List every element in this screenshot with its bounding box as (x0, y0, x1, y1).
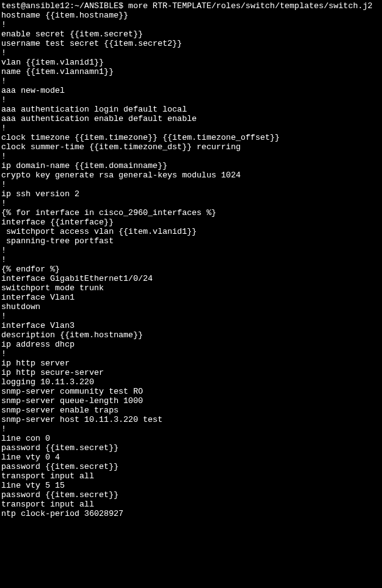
output-line: ! (1, 48, 381, 58)
output-line: logging 10.11.3.220 (1, 377, 381, 387)
output-line: line con 0 (1, 434, 381, 443)
output-line: switchport mode trunk (1, 283, 381, 293)
output-line: vlan {{item.vlanid1}} (1, 58, 381, 67)
output-line: crypto key generate rsa general-keys mod… (1, 171, 381, 180)
output-line: ip http secure-server (1, 368, 381, 377)
output-line: shutdown (1, 302, 381, 312)
output-line: line vty 5 15 (1, 481, 381, 490)
output-line: ! (1, 255, 381, 265)
file-output: hostname {{item.hostname}}!enable secret… (1, 11, 381, 518)
output-line: interface GigabitEthernet1/0/24 (1, 274, 381, 283)
output-line: ip http server (1, 359, 381, 368)
command-text: more RTR-TEMPLATE/roles/switch/templates… (128, 1, 373, 11)
command-line[interactable]: test@ansible12:~/ANSIBLE$ more RTR-TEMPL… (1, 1, 381, 11)
output-line: line vty 0 4 (1, 453, 381, 462)
output-line: ! (1, 95, 381, 105)
output-line: ! (1, 312, 381, 321)
output-line: username test secret {{item.secret2}} (1, 39, 381, 48)
output-line: snmp-server community test RO (1, 387, 381, 396)
output-line: ! (1, 424, 381, 434)
output-line: ! (1, 199, 381, 208)
output-line: clock summer-time {{item.timezone_dst}} … (1, 142, 381, 152)
output-line: {% for interface in cisco_2960_interface… (1, 208, 381, 218)
output-line: ! (1, 180, 381, 189)
output-line: ! (1, 152, 381, 161)
output-line: clock timezone {{item.timezone}} {{item.… (1, 133, 381, 142)
output-line: interface {{interface}} (1, 218, 381, 227)
output-line: password {{item.secret}} (1, 490, 381, 500)
output-line: snmp-server enable traps (1, 406, 381, 415)
output-line: aaa new-model (1, 86, 381, 95)
output-line: transport input all (1, 471, 381, 481)
output-line: interface Vlan1 (1, 293, 381, 302)
output-line: password {{item.secret}} (1, 443, 381, 453)
output-line: ! (1, 349, 381, 359)
output-line: {% endfor %} (1, 265, 381, 274)
output-line: enable secret {{item.secret}} (1, 29, 381, 39)
output-line: interface Vlan3 (1, 321, 381, 330)
output-line: transport input all (1, 500, 381, 509)
output-line: name {{item.vlannamn1}} (1, 67, 381, 76)
output-line: aaa authentication enable default enable (1, 114, 381, 123)
output-line: ! (1, 246, 381, 255)
output-line: ip domain-name {{item.domainname}} (1, 161, 381, 171)
output-line: ! (1, 123, 381, 133)
output-line: snmp-server host 10.11.3.220 test (1, 415, 381, 424)
output-line: password {{item.secret}} (1, 462, 381, 471)
output-line: aaa authentication login default local (1, 105, 381, 114)
output-line: spanning-tree portfast (1, 236, 381, 246)
output-line: ! (1, 20, 381, 29)
output-line: hostname {{item.hostname}} (1, 11, 381, 20)
shell-prompt: test@ansible12:~/ANSIBLE$ (1, 1, 128, 11)
output-line: ntp clock-period 36028927 (1, 509, 381, 518)
output-line: snmp-server queue-length 1000 (1, 396, 381, 406)
output-line: switchport access vlan {{item.vlanid1}} (1, 227, 381, 236)
output-line: ip ssh version 2 (1, 189, 381, 199)
output-line: ip address dhcp (1, 340, 381, 349)
output-line: ! (1, 76, 381, 86)
output-line: description {{item.hostname}} (1, 330, 381, 340)
